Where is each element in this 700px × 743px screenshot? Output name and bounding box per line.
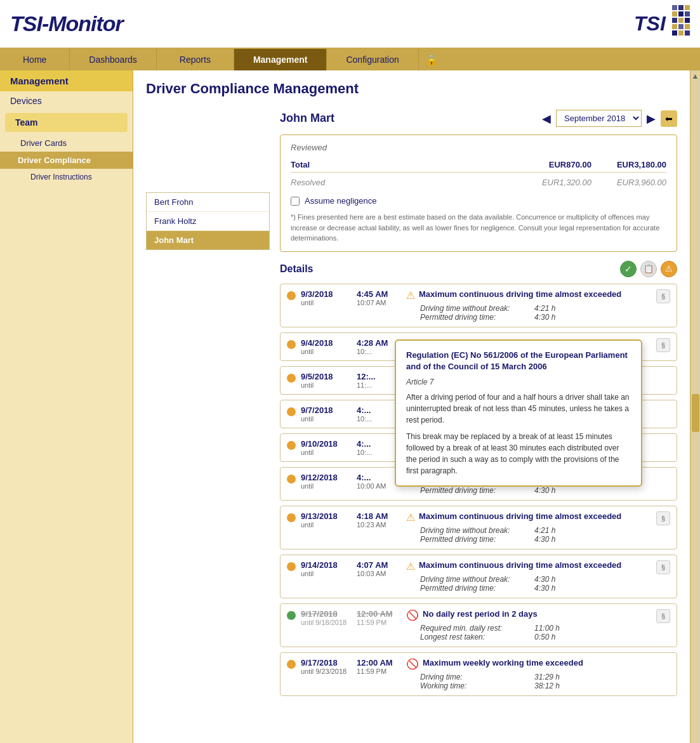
sidebar-management-header: Management	[0, 70, 133, 91]
entry-date-col-6: 9/12/2018 until	[301, 473, 352, 490]
entry-date-2: 9/4/2018	[301, 338, 352, 348]
entry-dot-8	[287, 562, 296, 571]
entry-time-col-1: 4:45 AM 10:07 AM	[357, 289, 401, 306]
lock-icon: 🔒	[425, 54, 438, 66]
sidebar-item-driver-cards[interactable]: Driver Cards	[0, 135, 133, 152]
entry-content-1: ⚠ Maximum continuous driving time almost…	[406, 289, 651, 322]
entry-time-from-10: 12:00 AM	[357, 658, 401, 667]
summary-resolved-val1: EUR1,320.00	[542, 178, 591, 187]
detail-entry-8: 9/14/2018 until 4:07 AM 10:03 AM ⚠ Maxim…	[280, 555, 677, 598]
entry-dot-9	[287, 611, 296, 620]
scroll-thumb[interactable]	[692, 394, 699, 432]
driver-list-item-bert[interactable]: Bert Frohn	[147, 193, 269, 212]
month-nav: ◀ September 2018 ▶ ⬅	[539, 110, 677, 127]
entry-details-8: Driving time without break: 4:30 h Permi…	[406, 575, 651, 593]
month-select[interactable]: September 2018	[556, 110, 642, 127]
entry-time-from-8: 4:07 AM	[357, 560, 401, 570]
entry-date-9: 9/17/2018	[301, 609, 352, 619]
summary-total-val1: EUR870.00	[549, 160, 591, 169]
entry-time-to-9: 11:59 PM	[357, 619, 401, 626]
svg-rect-13	[672, 30, 677, 36]
summary-total-val2: EUR3,180.00	[617, 160, 666, 169]
summary-resolved-label: Resolved	[291, 178, 325, 187]
driver-header: John Mart ◀ September 2018 ▶ ⬅	[280, 110, 677, 127]
copy-icon-btn[interactable]: 📋	[640, 261, 657, 277]
month-next-btn[interactable]: ▶	[644, 110, 658, 127]
back-icon-btn[interactable]: ⬅	[661, 110, 677, 127]
approve-icon-btn[interactable]: ✓	[620, 261, 637, 277]
warn-icon-7: ⚠	[406, 511, 415, 523]
section-btn-7[interactable]: §	[656, 511, 670, 525]
entry-details-6: Permitted driving time: 4:30 h	[406, 486, 670, 495]
entry-date-col-9: 9/17/2018 until 9/18/2018	[301, 609, 352, 626]
sidebar-devices-item[interactable]: Devices	[0, 91, 133, 110]
details-header: Details ✓ 📋 ⚠	[280, 261, 677, 277]
nav-reports[interactable]: Reports	[157, 49, 234, 70]
content-area: Bert Frohn Frank Holtz John Mart John Ma…	[146, 110, 677, 701]
detail-entry-7: 9/13/2018 until 4:18 AM 10:23 AM ⚠ Maxim…	[280, 506, 677, 549]
detail-value-1a: 4:21 h	[534, 304, 555, 313]
entry-details-1: Driving time without break: 4:21 h Permi…	[406, 304, 651, 322]
summary-total-label: Total	[291, 160, 310, 169]
svg-rect-10	[672, 24, 677, 29]
svg-rect-14	[678, 30, 683, 36]
entry-until-3: until	[301, 381, 352, 389]
nav-management[interactable]: Management	[234, 49, 327, 70]
main-content: Driver Compliance Management Bert Frohn …	[133, 70, 690, 743]
entry-date-5: 9/10/2018	[301, 439, 352, 449]
summary-resolved-row: Resolved EUR1,320.00 EUR3,960.00	[291, 175, 666, 190]
entry-until-9: until 9/18/2018	[301, 619, 352, 626]
sidebar-item-driver-instructions[interactable]: Driver Instructions	[0, 169, 133, 185]
nav-home[interactable]: Home	[0, 49, 70, 70]
svg-rect-11	[678, 24, 683, 29]
layout: Management Devices Team Driver Cards Dri…	[0, 70, 700, 743]
entry-title-7: Maximum continuous driving time almost e…	[419, 511, 621, 521]
entry-date-7: 9/13/2018	[301, 511, 352, 521]
svg-rect-3	[685, 5, 690, 10]
entry-time-from-9: 12:00 AM	[357, 609, 401, 619]
entry-time-to-10: 11:59 PM	[357, 667, 401, 675]
month-prev-btn[interactable]: ◀	[539, 110, 553, 127]
entry-details-9: Required min. daily rest: 11:00 h Longes…	[406, 624, 651, 641]
entry-content-7: ⚠ Maximum continuous driving time almost…	[406, 511, 651, 544]
entry-date-8: 9/14/2018	[301, 560, 352, 570]
assume-checkbox[interactable]	[291, 197, 300, 206]
entry-date-col-7: 9/13/2018 until	[301, 511, 352, 529]
section-btn-8[interactable]: §	[656, 560, 670, 574]
entry-date-col-5: 9/10/2018 until	[301, 439, 352, 456]
entry-until-10: until 9/23/2018	[301, 667, 352, 675]
entry-time-from-1: 4:45 AM	[357, 289, 401, 299]
detail-value-1b: 4:30 h	[534, 313, 555, 322]
nav-dashboards[interactable]: Dashboards	[70, 49, 157, 70]
section-btn-1[interactable]: §	[656, 289, 670, 303]
tooltip-para2: This break may be replaced by a break of…	[406, 431, 631, 477]
entry-details-7: Driving time without break: 4:21 h Permi…	[406, 526, 651, 544]
scrollbar[interactable]: ▲ ▼	[690, 70, 700, 743]
sidebar-item-driver-compliance[interactable]: Driver Compliance	[0, 152, 133, 169]
summary-resolved-values: EUR1,320.00 EUR3,960.00	[542, 178, 666, 187]
entry-date-4: 9/7/2018	[301, 405, 352, 415]
warning-icon-btn[interactable]: ⚠	[661, 261, 677, 277]
detail-label-6a: Permitted driving time:	[420, 486, 522, 495]
nav-configuration[interactable]: Configuration	[327, 49, 418, 70]
entry-until-5: until	[301, 449, 352, 456]
entry-date-col-4: 9/7/2018 until	[301, 405, 352, 423]
svg-rect-4	[672, 11, 677, 16]
svg-rect-8	[678, 18, 683, 23]
entry-date-col-8: 9/14/2018 until	[301, 560, 352, 577]
detail-panel: John Mart ◀ September 2018 ▶ ⬅ Reviewed …	[280, 110, 677, 701]
details-action-icons: ✓ 📋 ⚠	[620, 261, 677, 277]
entry-title-9: No daily rest period in 2 days	[423, 609, 538, 619]
entry-time-to-7: 10:23 AM	[357, 521, 401, 529]
sidebar: Management Devices Team Driver Cards Dri…	[0, 70, 133, 743]
entry-time-to-1: 10:07 AM	[357, 299, 401, 306]
driver-list-item-john[interactable]: John Mart	[147, 231, 269, 249]
disclaimer-text: *) Fines presented here are a best estim…	[291, 212, 666, 244]
svg-rect-15	[685, 30, 690, 36]
scroll-up-btn[interactable]: ▲	[692, 72, 699, 81]
driver-list-item-frank[interactable]: Frank Holtz	[147, 212, 269, 231]
section-btn-9[interactable]: §	[656, 609, 670, 623]
entry-until-1: until	[301, 299, 352, 306]
section-btn-2[interactable]: §	[656, 338, 670, 352]
entry-time-from-7: 4:18 AM	[357, 511, 401, 521]
